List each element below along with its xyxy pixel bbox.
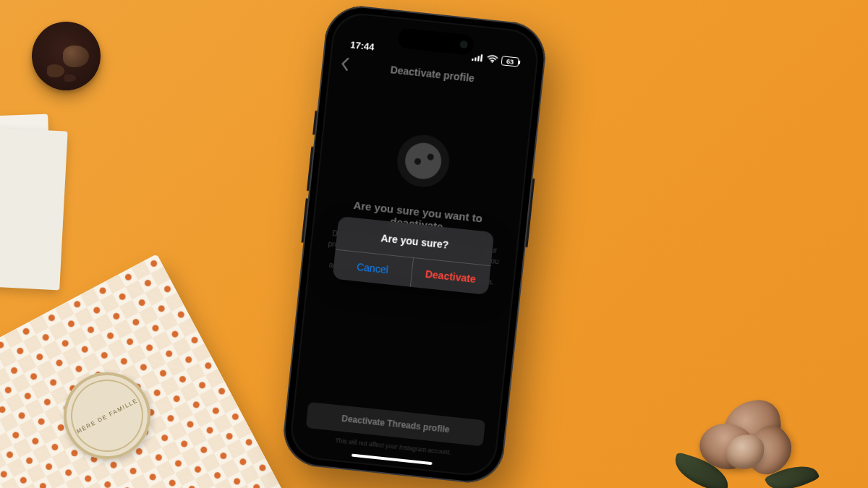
- flower-decor: [658, 380, 817, 488]
- chocolate-decor: [32, 22, 101, 90]
- svg-rect-0: [472, 59, 474, 61]
- paper-decor: [0, 126, 68, 290]
- wifi-icon: [487, 53, 498, 65]
- cellular-signal-icon: [472, 52, 484, 64]
- svg-point-4: [491, 61, 493, 63]
- svg-rect-1: [475, 57, 477, 61]
- phone-screen: 17:44 63: [290, 12, 540, 476]
- svg-rect-2: [477, 56, 480, 61]
- battery-indicator: 63: [501, 56, 519, 67]
- svg-rect-3: [480, 54, 482, 61]
- status-time: 17:44: [350, 39, 375, 52]
- photo-scene: MÈRE DE FAMILLE 17:44: [0, 0, 868, 488]
- iphone-device: 17:44 63: [280, 3, 548, 486]
